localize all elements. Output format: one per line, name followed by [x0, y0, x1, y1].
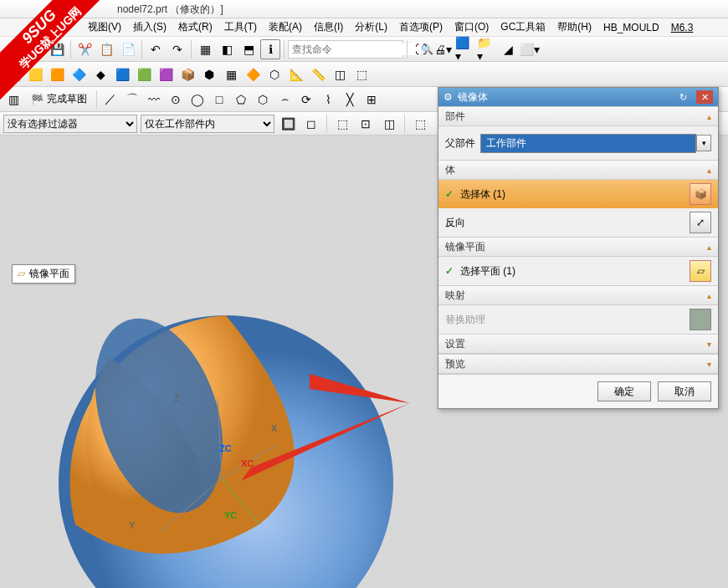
sel6-icon[interactable]: ⬚ — [410, 114, 430, 134]
section-preview[interactable]: 预览 ▾ — [438, 354, 718, 374]
feat5-icon[interactable]: ◆ — [90, 64, 110, 84]
menu-format[interactable]: 格式(R) — [176, 20, 215, 34]
paste-icon[interactable]: 📄 — [118, 39, 138, 59]
feat4-icon[interactable]: 🔷 — [69, 64, 89, 84]
dialog-title: 镜像体 — [458, 90, 669, 105]
sk12-icon[interactable]: ╳ — [340, 89, 360, 110]
menu-insert[interactable]: 插入(S) — [131, 20, 169, 34]
sk11-icon[interactable]: ⌇ — [318, 89, 338, 110]
section-settings[interactable]: 设置 ▾ — [438, 334, 718, 354]
layer-dd-icon[interactable]: 📁▾ — [476, 39, 496, 59]
feat6-icon[interactable]: 🟦 — [112, 64, 132, 84]
sk3-icon[interactable]: 〰 — [144, 89, 164, 110]
replace-helper-row: 替换助理 — [438, 305, 718, 334]
menu-window[interactable]: 窗口(O) — [452, 20, 491, 34]
sk2-icon[interactable]: ⌒ — [122, 89, 142, 110]
chevron-down-icon: ▾ — [707, 360, 711, 369]
sk1-icon[interactable]: ／ — [100, 89, 120, 110]
select-body-row[interactable]: ✓ 选择体 (1) 📦 — [438, 180, 718, 208]
undo-icon[interactable]: ↶ — [146, 39, 166, 59]
sk4-icon[interactable]: ⊙ — [166, 89, 186, 110]
sk7-icon[interactable]: ⬠ — [231, 89, 251, 110]
view-dd-icon[interactable]: 🖨▾ — [433, 39, 453, 59]
feat8-icon[interactable]: 🟪 — [156, 64, 176, 84]
menu-hbmould[interactable]: HB_MOULD — [601, 22, 662, 33]
feat3-icon[interactable]: 🟧 — [47, 64, 67, 84]
menu-analysis[interactable]: 分析(L) — [352, 20, 390, 34]
reverse-label: 反向 — [445, 216, 465, 230]
select-body-label: 选择体 (1) — [460, 187, 505, 202]
dialog-titlebar[interactable]: ⚙ 镜像体 ↻ ✕ — [438, 88, 718, 106]
section-plane[interactable]: 镜像平面 ▴ — [438, 237, 718, 257]
dialog-reset-icon[interactable]: ↻ — [674, 90, 691, 104]
menu-help[interactable]: 帮助(H) — [555, 20, 594, 34]
chevron-up-icon: ▴ — [707, 291, 711, 300]
chevron-down-icon: ▾ — [707, 340, 711, 349]
feat7-icon[interactable]: 🟩 — [134, 64, 154, 84]
ok-button[interactable]: 确定 — [597, 381, 651, 401]
feat16-icon[interactable]: ◫ — [330, 64, 350, 84]
selection-scope[interactable]: 仅在工作部件内 — [141, 115, 274, 133]
sk9-icon[interactable]: ⌢ — [274, 89, 295, 110]
dialog-close-icon[interactable]: ✕ — [696, 90, 713, 104]
parent-part-dropdown[interactable]: 工作部件 ▾ — [480, 134, 711, 153]
feat9-icon[interactable]: 📦 — [177, 64, 197, 84]
sk8-icon[interactable]: ⬡ — [253, 89, 273, 110]
fit-icon[interactable]: ⛶ — [411, 39, 431, 59]
tool-d-icon[interactable]: ℹ — [260, 39, 280, 59]
sel1-icon[interactable]: 🔲 — [278, 114, 298, 134]
feat14-icon[interactable]: 📐 — [286, 64, 306, 84]
selection-filter[interactable]: 没有选择过滤器 — [3, 115, 137, 133]
feat12-icon[interactable]: 🔶 — [243, 64, 263, 84]
feat10-icon[interactable]: ⬢ — [199, 64, 219, 84]
tool-a-icon[interactable]: ▦ — [195, 39, 215, 59]
cancel-button[interactable]: 取消 — [658, 381, 711, 401]
menu-gctool[interactable]: GC工具箱 — [498, 20, 548, 34]
feat11-icon[interactable]: ▦ — [221, 64, 241, 84]
menu-tools[interactable]: 工具(T) — [222, 20, 259, 34]
select-plane-row[interactable]: ✓ 选择平面 (1) ▱ — [438, 257, 718, 285]
select-plane-label: 选择平面 (1) — [460, 264, 515, 279]
shade-dd-icon[interactable]: 🟦▾ — [454, 39, 474, 59]
model-render — [42, 290, 410, 588]
tool-c-icon[interactable]: ⬒ — [238, 39, 259, 59]
feat15-icon[interactable]: 📏 — [308, 64, 328, 84]
sk13-icon[interactable]: ⊞ — [361, 89, 382, 110]
menu-m63[interactable]: M6.3 — [669, 22, 696, 33]
chevron-up-icon: ▴ — [707, 112, 711, 121]
redo-icon[interactable]: ↷ — [167, 39, 187, 59]
tool-b-icon[interactable]: ◧ — [217, 39, 237, 59]
window-titlebar: nodel72.prt （修改的）] — [0, 0, 728, 18]
command-finder-input[interactable] — [289, 43, 421, 55]
sel2-icon[interactable]: ◻ — [301, 114, 321, 134]
render-dd-icon[interactable]: ⬜▾ — [520, 39, 540, 59]
replace-label: 替换助理 — [445, 313, 485, 327]
sk10-icon[interactable]: ⟳ — [296, 89, 316, 110]
mirror-plane-tag[interactable]: ▱ 镜像平面 — [12, 264, 75, 284]
axis-yc-label: YC — [224, 510, 237, 520]
body-icon[interactable]: 📦 — [690, 183, 711, 205]
menu-preferences[interactable]: 首选项(P) — [397, 20, 445, 34]
command-finder[interactable]: 🔍 — [288, 40, 403, 59]
menu-view[interactable]: 视图(V) — [85, 20, 124, 34]
cut-icon[interactable]: ✂️ — [74, 39, 95, 59]
sel4-icon[interactable]: ⊡ — [356, 114, 376, 134]
feat17-icon[interactable]: ⬚ — [351, 64, 372, 84]
plane-picker-icon[interactable]: ▱ — [690, 260, 711, 282]
section-map[interactable]: 映射 ▴ — [438, 285, 718, 305]
check-icon: ✓ — [445, 188, 454, 200]
sel5-icon[interactable]: ◫ — [379, 114, 399, 134]
copy-icon[interactable]: 📋 — [96, 39, 116, 59]
sk6-icon[interactable]: □ — [209, 89, 229, 110]
section-body-hdr[interactable]: 体 ▴ — [438, 160, 718, 180]
sk5-icon[interactable]: ◯ — [187, 89, 208, 110]
edge-icon[interactable]: ◢ — [498, 39, 518, 59]
menu-info[interactable]: 信息(I) — [311, 20, 346, 34]
reverse-button[interactable]: ⤢ — [690, 212, 711, 233]
swatch-icon — [690, 309, 711, 330]
finish-sketch-button[interactable]: 🏁 完成草图 — [25, 89, 93, 110]
sel3-icon[interactable]: ⬚ — [332, 114, 352, 134]
menu-assembly[interactable]: 装配(A) — [266, 20, 305, 34]
feat13-icon[interactable]: ⬡ — [264, 64, 285, 84]
section-part[interactable]: 部件 ▴ — [438, 106, 718, 126]
